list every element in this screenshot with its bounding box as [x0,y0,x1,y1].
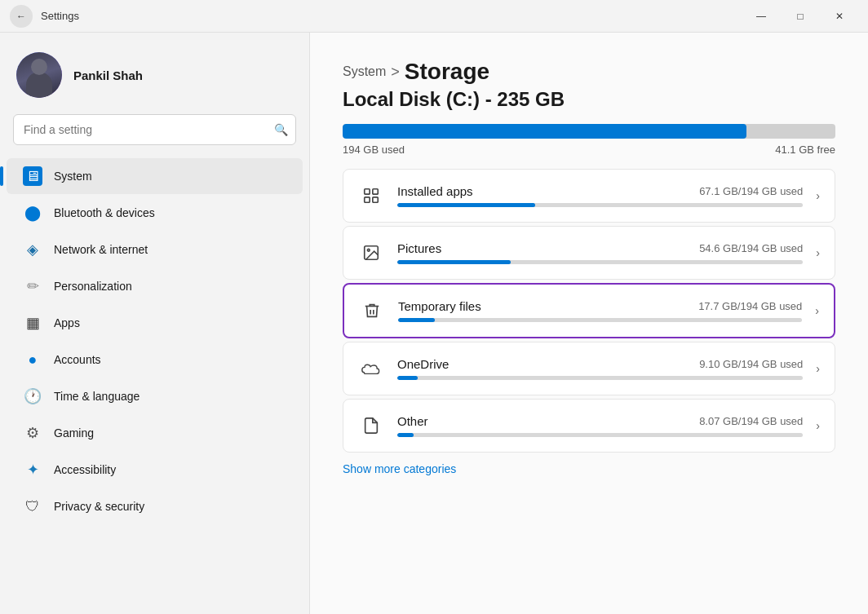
sidebar-item-system[interactable]: 🖥 System [7,158,303,194]
maximize-button[interactable]: □ [782,4,819,29]
sidebar-item-accessibility[interactable]: ✦ Accessibility [7,452,303,488]
pictures-size: 54.6 GB/194 GB used [699,242,803,254]
bluetooth-icon: ⬤ [23,203,42,223]
breadcrumb: System > Storage [343,59,835,85]
app-title: Settings [41,10,79,22]
category-pictures[interactable]: Pictures 54.6 GB/194 GB used › [343,226,835,280]
pictures-bar [397,260,803,264]
storage-used-label: 194 GB used [343,144,405,156]
other-bar [397,433,803,437]
svg-rect-3 [373,197,378,202]
sidebar-item-bluetooth[interactable]: ⬤ Bluetooth & devices [7,195,303,231]
sidebar-label-personalization: Personalization [54,280,132,293]
breadcrumb-separator: > [391,64,400,81]
storage-bar-fill [343,124,746,139]
pictures-top: Pictures 54.6 GB/194 GB used [397,241,803,255]
onedrive-bar-fill [397,376,418,380]
temporary-files-size: 17.7 GB/194 GB used [698,300,802,312]
sidebar-label-accessibility: Accessibility [54,463,116,476]
sidebar-item-time[interactable]: 🕐 Time & language [7,378,303,414]
sidebar-label-privacy: Privacy & security [54,500,144,513]
onedrive-top: OneDrive 9.10 GB/194 GB used [397,357,803,371]
svg-rect-2 [365,197,370,202]
system-icon: 🖥 [23,166,42,186]
sidebar-label-gaming: Gaming [54,426,94,440]
other-size: 8.07 GB/194 GB used [699,415,803,427]
close-button[interactable]: ✕ [821,4,858,29]
search-input[interactable] [13,114,296,145]
content-area: System > Storage Local Disk (C:) - 235 G… [310,33,868,614]
sidebar-label-accounts: Accounts [54,353,101,366]
other-name: Other [397,414,428,428]
personalization-icon: ✏ [23,276,42,296]
category-onedrive[interactable]: OneDrive 9.10 GB/194 GB used › [343,342,835,395]
sidebar: Pankil Shah 🔍 🖥 System ⬤ Bluetooth & dev… [0,33,310,614]
svg-rect-1 [373,189,378,194]
sidebar-label-time: Time & language [54,390,140,403]
sidebar-label-apps: Apps [54,316,80,329]
pictures-icon [358,240,384,266]
onedrive-info: OneDrive 9.10 GB/194 GB used [397,357,803,380]
temporary-files-icon [359,298,385,324]
temporary-files-bar [398,318,802,322]
sidebar-item-personalization[interactable]: ✏ Personalization [7,268,303,304]
storage-bar-section: 194 GB used 41.1 GB free [343,124,835,156]
other-info: Other 8.07 GB/194 GB used [397,414,803,437]
minimize-button[interactable]: — [742,4,780,29]
category-installed-apps[interactable]: Installed apps 67.1 GB/194 GB used › [343,169,835,223]
category-other[interactable]: Other 8.07 GB/194 GB used › [343,399,835,453]
other-icon [358,413,384,439]
svg-point-5 [367,249,370,251]
onedrive-icon [358,356,384,382]
main-layout: Pankil Shah 🔍 🖥 System ⬤ Bluetooth & dev… [0,33,868,614]
temporary-files-chevron: › [815,304,819,317]
search-icon: 🔍 [274,123,288,136]
sidebar-item-privacy[interactable]: 🛡 Privacy & security [7,488,303,524]
avatar-image [16,52,62,98]
network-icon: ◈ [23,240,42,259]
installed-apps-info: Installed apps 67.1 GB/194 GB used [397,184,803,207]
page-subtitle: Local Disk (C:) - 235 GB [343,88,835,111]
pictures-info: Pictures 54.6 GB/194 GB used [397,241,803,264]
sidebar-item-gaming[interactable]: ⚙ Gaming [7,415,303,451]
installed-apps-icon [358,183,384,209]
onedrive-bar [397,376,803,380]
gaming-icon: ⚙ [23,423,42,443]
other-top: Other 8.07 GB/194 GB used [397,414,803,428]
sidebar-nav: 🖥 System ⬤ Bluetooth & devices ◈ Network… [0,158,309,524]
window-controls: — □ ✕ [742,4,858,29]
installed-apps-bar-fill [397,203,535,207]
back-button[interactable]: ← [10,5,33,28]
show-more-link[interactable]: Show more categories [343,462,456,475]
storage-bar-track [343,124,835,139]
storage-bar-labels: 194 GB used 41.1 GB free [343,144,835,156]
sidebar-label-bluetooth: Bluetooth & devices [54,206,155,219]
installed-apps-top: Installed apps 67.1 GB/194 GB used [397,184,803,198]
pictures-name: Pictures [397,241,441,255]
installed-apps-bar [397,203,803,207]
sidebar-item-accounts[interactable]: ● Accounts [7,342,303,378]
onedrive-name: OneDrive [397,357,449,371]
accessibility-icon: ✦ [23,460,42,479]
user-name: Pankil Shah [73,68,143,82]
temporary-files-top: Temporary files 17.7 GB/194 GB used [398,299,802,313]
privacy-icon: 🛡 [23,497,42,516]
category-temporary-files[interactable]: Temporary files 17.7 GB/194 GB used › [343,283,835,338]
search-box: 🔍 [13,114,296,145]
temporary-files-name: Temporary files [398,299,481,313]
user-section: Pankil Shah [0,46,309,114]
temporary-files-info: Temporary files 17.7 GB/194 GB used [398,299,802,322]
sidebar-item-apps[interactable]: ▦ Apps [7,305,303,341]
sidebar-label-system: System [54,170,92,183]
accounts-icon: ● [23,350,42,369]
onedrive-chevron: › [816,362,820,375]
other-chevron: › [816,419,820,432]
time-icon: 🕐 [23,387,42,406]
categories-list: Installed apps 67.1 GB/194 GB used › [343,169,835,453]
title-bar: ← Settings — □ ✕ [0,0,868,33]
sidebar-item-network[interactable]: ◈ Network & internet [7,232,303,267]
installed-apps-size: 67.1 GB/194 GB used [699,185,803,197]
installed-apps-chevron: › [816,189,820,202]
other-bar-fill [397,433,414,437]
breadcrumb-parent: System [343,64,386,79]
